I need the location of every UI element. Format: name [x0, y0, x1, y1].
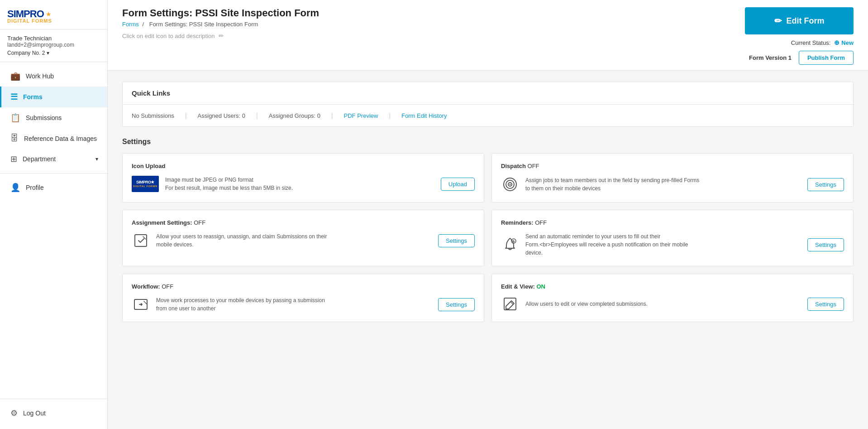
card-title-reminders: Reminders: OFF [501, 219, 844, 226]
sidebar-item-reference-data-images[interactable]: 🗄 Reference Data & Images [0, 128, 107, 149]
card-title-assignment: Assignment Settings: OFF [132, 219, 475, 226]
card-title-dispatch: Dispatch OFF [501, 163, 844, 169]
reference-data-icon: 🗄 [10, 134, 19, 143]
edit-description-icon[interactable]: ✏ [219, 32, 224, 39]
status-badge: ⊕ New [834, 39, 854, 46]
settings-grid: Icon Upload SIMPRO★ DIGITAL FORMS Image … [122, 153, 854, 322]
assignment-icon [132, 233, 150, 248]
card-body-assignment: Allow your users to reassign, unassign, … [132, 232, 475, 249]
content-area: Quick Links No Submissions | Assigned Us… [108, 71, 868, 429]
card-body-icon-upload: SIMPRO★ DIGITAL FORMS Image must be JPEG… [132, 176, 475, 192]
reminders-icon [501, 236, 519, 253]
sidebar-label-work-hub: Work Hub [26, 72, 54, 80]
version-row: Form Version 1 Publish Form [749, 51, 854, 65]
sidebar-label-reference-data: Reference Data & Images [24, 135, 97, 142]
company-name: Company No. 2 [7, 50, 45, 56]
sidebar-item-profile[interactable]: 👤 Profile [0, 177, 107, 198]
icon-upload-action: Upload [441, 178, 475, 191]
upload-button[interactable]: Upload [441, 178, 475, 191]
sidebar-bottom: ⚙ Log Out [0, 390, 107, 429]
sidebar-label-submissions: Submissions [26, 114, 62, 121]
breadcrumb-current: Form Settings: PSSI Site Inspection Form [149, 21, 258, 28]
sidebar-label-department: Department [23, 155, 56, 163]
card-title-workflow: Workflow: OFF [132, 283, 475, 290]
dispatch-description: Assign jobs to team members out in the f… [525, 176, 801, 193]
sidebar-label-logout: Log Out [23, 410, 46, 417]
profile-icon: 👤 [10, 183, 20, 193]
company-selector[interactable]: Company No. 2 ▾ [7, 50, 100, 56]
logo-area: SIMPRO★ DIGITAL FORMS [0, 0, 107, 29]
publish-form-button[interactable]: Publish Form [799, 51, 854, 65]
edit-view-icon [501, 296, 519, 312]
reminders-settings-button[interactable]: Settings [807, 238, 844, 251]
sidebar-item-logout[interactable]: ⚙ Log Out [0, 403, 107, 424]
user-info: Trade Technician landd+2@simprogroup.com… [0, 29, 107, 62]
edit-form-button[interactable]: ✏ Edit Form [745, 7, 854, 34]
workflow-icon [132, 297, 150, 312]
icon-upload-description: Image must be JPEG or PNG format For bes… [165, 176, 434, 192]
description-bar[interactable]: Click on edit icon to add description ✏ [122, 32, 718, 39]
sidebar-item-submissions[interactable]: 📋 Submissions [0, 107, 107, 128]
status-plus-icon: ⊕ [834, 39, 839, 46]
status-value: New [841, 39, 854, 46]
breadcrumb-separator: / [142, 21, 145, 28]
header-left: Form Settings: PSSI Site Inspection Form… [122, 7, 718, 39]
reminders-description: Send an automatic reminder to your users… [525, 232, 801, 257]
edit-view-settings-button[interactable]: Settings [807, 298, 844, 311]
department-chevron-icon: ▾ [95, 156, 98, 162]
svg-rect-4 [135, 235, 147, 246]
user-role: Trade Technician [7, 35, 100, 42]
logo-star: ★ [46, 10, 52, 18]
logo-preview-icon: SIMPRO★ DIGITAL FORMS [132, 176, 159, 192]
settings-card-reminders: Reminders: OFF Send an auto [491, 210, 854, 266]
settings-card-workflow: Workflow: OFF Move work processes to you… [122, 274, 484, 322]
edit-form-icon: ✏ [774, 15, 782, 26]
breadcrumb-forms-link[interactable]: Forms [122, 21, 139, 28]
workflow-action: Settings [438, 298, 475, 311]
card-title-edit-view: Edit & View: ON [501, 283, 844, 290]
dispatch-settings-button[interactable]: Settings [807, 178, 844, 191]
dispatch-action: Settings [807, 178, 844, 191]
edit-view-description: Allow users to edit or view completed su… [525, 300, 801, 308]
pdf-preview-link[interactable]: PDF Preview [344, 112, 378, 119]
card-body-edit-view: Allow users to edit or view completed su… [501, 296, 844, 312]
page-title: Form Settings: PSSI Site Inspection Form [122, 7, 718, 19]
assigned-users: Assigned Users: 0 [198, 112, 246, 119]
department-icon: ⊞ [10, 154, 17, 164]
dispatch-icon [501, 176, 519, 193]
sidebar-label-profile: Profile [26, 184, 44, 191]
card-body-dispatch: Assign jobs to team members out in the f… [501, 176, 844, 193]
edit-view-action: Settings [807, 298, 844, 311]
svg-point-3 [510, 184, 511, 185]
sidebar-divider [0, 173, 107, 174]
settings-card-dispatch: Dispatch OFF Assign jobs to [491, 153, 854, 202]
sidebar-item-work-hub[interactable]: 💼 Work Hub [0, 66, 107, 87]
quick-links-row: No Submissions | Assigned Users: 0 | Ass… [123, 105, 853, 126]
header-right: ✏ Edit Form Current Status: ⊕ New Form V… [718, 7, 854, 65]
workflow-description: Move work processes to your mobile devic… [156, 296, 432, 313]
submissions-icon: 📋 [10, 113, 20, 123]
sidebar-item-department[interactable]: ⊞ Department ▾ [0, 149, 107, 169]
sidebar-bottom-divider [0, 399, 107, 399]
quick-links-title: Quick Links [123, 82, 853, 105]
workflow-settings-button[interactable]: Settings [438, 298, 475, 311]
reminders-action: Settings [807, 238, 844, 251]
card-title-icon-upload: Icon Upload [132, 163, 475, 169]
sidebar: SIMPRO★ DIGITAL FORMS Trade Technician l… [0, 0, 108, 429]
logout-icon: ⚙ [10, 408, 18, 418]
top-header: Form Settings: PSSI Site Inspection Form… [108, 0, 868, 71]
sidebar-nav: 💼 Work Hub ☰ Forms 📋 Submissions 🗄 Refer… [0, 62, 107, 390]
settings-section: Settings Icon Upload SIMPRO★ DIGITAL FOR… [122, 138, 854, 322]
forms-icon: ☰ [10, 92, 18, 102]
sidebar-item-forms[interactable]: ☰ Forms [0, 87, 107, 107]
card-body-workflow: Move work processes to your mobile devic… [132, 296, 475, 313]
logo-digital-forms: DIGITAL FORMS [7, 18, 100, 24]
card-body-reminders: Send an automatic reminder to your users… [501, 232, 844, 257]
work-hub-icon: 💼 [10, 71, 20, 81]
form-edit-history-link[interactable]: Form Edit History [401, 112, 447, 119]
current-status-label: Current Status: [791, 39, 830, 46]
assignment-settings-button[interactable]: Settings [438, 234, 475, 247]
user-email: landd+2@simprogroup.com [7, 42, 100, 48]
company-chevron-icon: ▾ [47, 50, 49, 56]
main-content: Form Settings: PSSI Site Inspection Form… [108, 0, 868, 429]
